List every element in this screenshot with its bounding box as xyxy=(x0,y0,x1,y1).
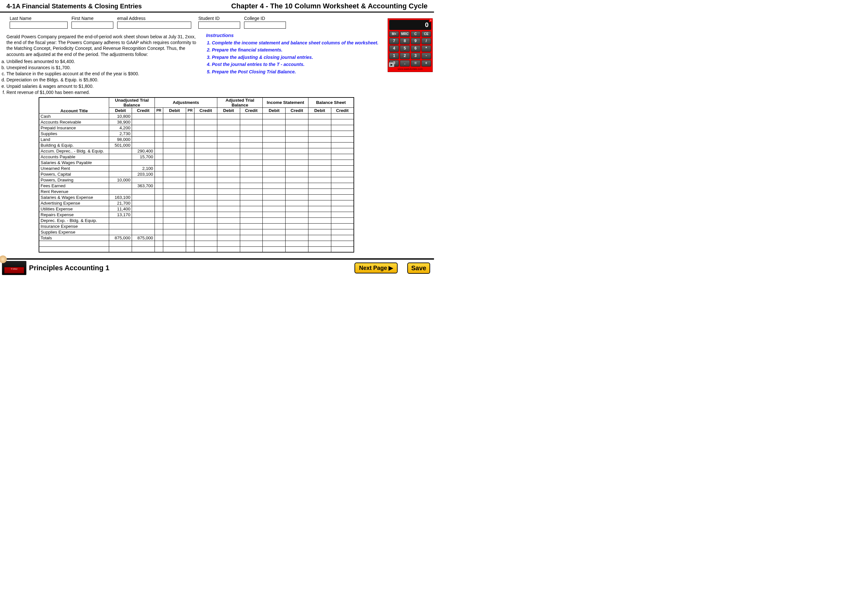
value-cell[interactable] xyxy=(331,229,354,235)
value-cell[interactable]: 21,700 xyxy=(109,200,132,206)
calc-button[interactable]: 1 xyxy=(389,53,399,59)
value-cell[interactable] xyxy=(217,194,240,200)
account-title-cell[interactable]: Totals xyxy=(39,235,109,241)
value-cell[interactable] xyxy=(195,229,217,235)
value-cell[interactable] xyxy=(132,229,155,235)
value-cell[interactable] xyxy=(109,246,132,252)
value-cell[interactable] xyxy=(308,200,331,206)
account-title-cell[interactable]: Utilities Expense xyxy=(39,206,109,212)
value-cell[interactable] xyxy=(331,188,354,194)
value-cell[interactable] xyxy=(331,183,354,188)
value-cell[interactable] xyxy=(186,148,194,154)
value-cell[interactable] xyxy=(155,218,163,223)
account-title-cell[interactable]: Deprec. Exp. - Bldg. & Equip. xyxy=(39,218,109,223)
value-cell[interactable]: 2,730 xyxy=(109,131,132,137)
value-cell[interactable] xyxy=(132,218,155,223)
value-cell[interactable] xyxy=(240,223,263,229)
value-cell[interactable] xyxy=(240,194,263,200)
value-cell[interactable] xyxy=(155,125,163,131)
value-cell[interactable] xyxy=(308,125,331,131)
value-cell[interactable] xyxy=(286,177,309,183)
value-cell[interactable] xyxy=(217,246,240,252)
value-cell[interactable] xyxy=(263,200,286,206)
value-cell[interactable] xyxy=(308,229,331,235)
value-cell[interactable] xyxy=(240,235,263,241)
value-cell[interactable] xyxy=(186,177,194,183)
value-cell[interactable] xyxy=(331,113,354,119)
value-cell[interactable] xyxy=(331,125,354,131)
value-cell[interactable] xyxy=(286,223,309,229)
value-cell[interactable] xyxy=(195,171,217,177)
value-cell[interactable] xyxy=(217,125,240,131)
value-cell[interactable] xyxy=(308,137,331,142)
value-cell[interactable] xyxy=(286,113,309,119)
value-cell[interactable] xyxy=(331,165,354,171)
value-cell[interactable] xyxy=(331,154,354,160)
value-cell[interactable] xyxy=(263,235,286,241)
value-cell[interactable] xyxy=(286,206,309,212)
value-cell[interactable] xyxy=(163,160,186,165)
value-cell[interactable] xyxy=(308,218,331,223)
email-input[interactable] xyxy=(117,22,191,29)
value-cell[interactable] xyxy=(109,223,132,229)
value-cell[interactable] xyxy=(331,235,354,241)
value-cell[interactable] xyxy=(308,165,331,171)
value-cell[interactable] xyxy=(132,206,155,212)
value-cell[interactable] xyxy=(217,119,240,125)
value-cell[interactable] xyxy=(195,148,217,154)
value-cell[interactable] xyxy=(163,137,186,142)
value-cell[interactable]: 875,000 xyxy=(109,235,132,241)
value-cell[interactable] xyxy=(263,137,286,142)
value-cell[interactable] xyxy=(331,241,354,246)
value-cell[interactable] xyxy=(217,183,240,188)
value-cell[interactable] xyxy=(132,160,155,165)
value-cell[interactable] xyxy=(195,137,217,142)
college-id-input[interactable] xyxy=(244,22,286,29)
value-cell[interactable] xyxy=(286,142,309,148)
value-cell[interactable] xyxy=(109,229,132,235)
account-title-cell[interactable]: Powers, Drawing xyxy=(39,177,109,183)
value-cell[interactable]: 15,700 xyxy=(132,154,155,160)
value-cell[interactable] xyxy=(132,142,155,148)
value-cell[interactable]: 98,000 xyxy=(109,137,132,142)
value-cell[interactable] xyxy=(263,125,286,131)
value-cell[interactable] xyxy=(155,212,163,218)
value-cell[interactable] xyxy=(163,223,186,229)
value-cell[interactable] xyxy=(109,241,132,246)
student-id-input[interactable] xyxy=(198,22,240,29)
calc-button[interactable]: = xyxy=(411,60,421,66)
value-cell[interactable] xyxy=(132,200,155,206)
value-cell[interactable] xyxy=(263,154,286,160)
value-cell[interactable] xyxy=(263,241,286,246)
value-cell[interactable] xyxy=(286,200,309,206)
value-cell[interactable] xyxy=(286,212,309,218)
value-cell[interactable] xyxy=(186,125,194,131)
value-cell[interactable] xyxy=(217,229,240,235)
value-cell[interactable] xyxy=(240,137,263,142)
value-cell[interactable] xyxy=(195,246,217,252)
value-cell[interactable] xyxy=(263,119,286,125)
value-cell[interactable] xyxy=(195,119,217,125)
value-cell[interactable] xyxy=(331,194,354,200)
value-cell[interactable] xyxy=(186,154,194,160)
calc-button-m+[interactable]: M+ xyxy=(389,31,399,37)
value-cell[interactable] xyxy=(217,142,240,148)
value-cell[interactable] xyxy=(195,154,217,160)
value-cell[interactable] xyxy=(240,246,263,252)
value-cell[interactable] xyxy=(240,229,263,235)
value-cell[interactable] xyxy=(132,177,155,183)
value-cell[interactable] xyxy=(155,119,163,125)
value-cell[interactable] xyxy=(308,177,331,183)
value-cell[interactable] xyxy=(132,188,155,194)
value-cell[interactable] xyxy=(331,142,354,148)
value-cell[interactable]: 501,000 xyxy=(109,142,132,148)
account-title-cell[interactable]: Fees Earned xyxy=(39,183,109,188)
value-cell[interactable] xyxy=(308,206,331,212)
value-cell[interactable] xyxy=(163,212,186,218)
calc-button[interactable]: 6 xyxy=(411,46,421,52)
value-cell[interactable]: 11,400 xyxy=(109,206,132,212)
account-title-cell[interactable]: Repairs Expense xyxy=(39,212,109,218)
value-cell[interactable]: 290,400 xyxy=(132,148,155,154)
value-cell[interactable] xyxy=(331,131,354,137)
value-cell[interactable] xyxy=(263,218,286,223)
